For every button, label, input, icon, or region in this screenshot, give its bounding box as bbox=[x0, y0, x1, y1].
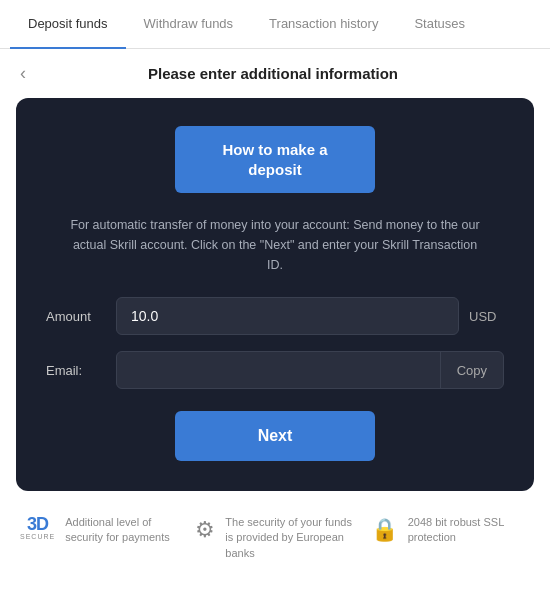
gear-icon: ⚙ bbox=[195, 517, 215, 543]
3d-secure-icon: 3D SECURE bbox=[20, 515, 55, 540]
copy-button[interactable]: Copy bbox=[440, 352, 503, 388]
currency-label: USD bbox=[469, 309, 504, 324]
tab-deposit[interactable]: Deposit funds bbox=[10, 0, 126, 49]
tab-bar: Deposit funds Withdraw funds Transaction… bbox=[0, 0, 550, 49]
amount-input[interactable] bbox=[116, 297, 459, 335]
footer: 3D SECURE Additional level of security f… bbox=[0, 491, 550, 577]
next-button[interactable]: Next bbox=[175, 411, 375, 461]
back-arrow-icon[interactable]: ‹ bbox=[20, 63, 26, 84]
page-title: Please enter additional information bbox=[36, 65, 530, 82]
email-row: Email: Copy bbox=[46, 351, 504, 389]
deposit-card: How to make a deposit For automatic tran… bbox=[16, 98, 534, 491]
amount-label: Amount bbox=[46, 309, 116, 324]
tab-statuses[interactable]: Statuses bbox=[396, 0, 483, 49]
lock-icon: 🔒 bbox=[371, 517, 398, 543]
email-input[interactable] bbox=[117, 352, 440, 388]
tab-withdraw[interactable]: Withdraw funds bbox=[126, 0, 252, 49]
email-input-wrapper: Copy bbox=[116, 351, 504, 389]
footer-item-3d: 3D SECURE Additional level of security f… bbox=[20, 515, 179, 546]
email-label: Email: bbox=[46, 363, 116, 378]
back-bar: ‹ Please enter additional information bbox=[0, 49, 550, 98]
how-to-deposit-button[interactable]: How to make a deposit bbox=[175, 126, 375, 193]
footer-item-ssl: 🔒 2048 bit robust SSL protection bbox=[371, 515, 530, 546]
footer-item-banks: ⚙ The security of your funds is provided… bbox=[195, 515, 354, 561]
footer-banks-text: The security of your funds is provided b… bbox=[225, 515, 354, 561]
tab-transaction-history[interactable]: Transaction history bbox=[251, 0, 396, 49]
footer-ssl-text: 2048 bit robust SSL protection bbox=[408, 515, 530, 546]
deposit-instructions: For automatic transfer of money into you… bbox=[46, 215, 504, 275]
amount-row: Amount USD bbox=[46, 297, 504, 335]
footer-3d-text: Additional level of security for payment… bbox=[65, 515, 179, 546]
